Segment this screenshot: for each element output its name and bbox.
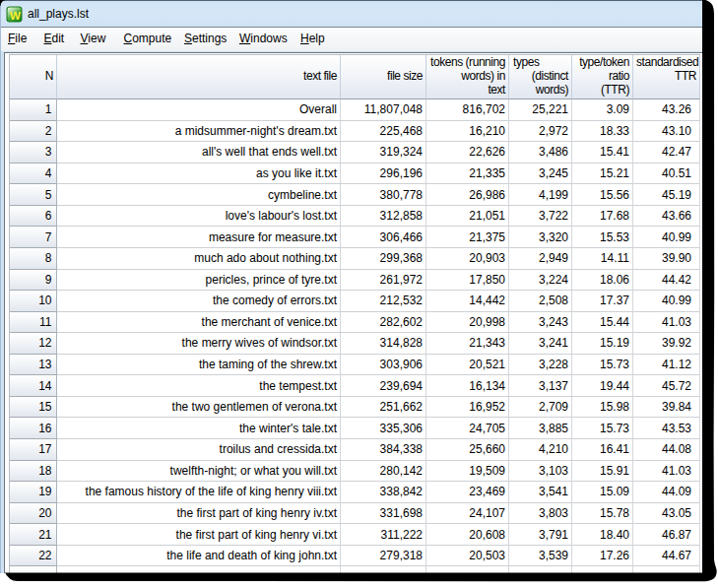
cell-types[interactable]: 3,722: [509, 206, 572, 228]
column-header-text_file[interactable]: text file: [57, 55, 341, 99]
cell-tokens[interactable]: 24,107: [426, 503, 509, 525]
cell-ttr[interactable]: 15.98: [572, 397, 633, 419]
cell-sttr[interactable]: 43.26: [633, 99, 700, 121]
cell-sttr[interactable]: 39.92: [633, 333, 700, 355]
cell-text_file[interactable]: the comedy of errors.txt: [57, 291, 341, 312]
column-header-tokens[interactable]: tokens (runningwords) intext: [426, 55, 509, 99]
cell-file_size[interactable]: 312,858: [341, 206, 426, 228]
cell-sttr[interactable]: 44.08: [633, 439, 700, 461]
cell-file_size[interactable]: 314,828: [341, 333, 426, 355]
cell-ttr[interactable]: 19.44: [572, 375, 633, 397]
column-header-types[interactable]: types(distinctwords): [509, 55, 572, 99]
cell-types[interactable]: 3,103: [509, 461, 572, 483]
cell-ttr[interactable]: 3.09: [572, 99, 633, 121]
cell-tokens[interactable]: 19,509: [426, 461, 509, 483]
cell-tokens[interactable]: 16,210: [426, 121, 509, 143]
menu-item-compute[interactable]: Compute: [119, 28, 177, 51]
cell-file_size[interactable]: 251,662: [341, 397, 426, 419]
cell-ttr[interactable]: 15.19: [572, 333, 633, 355]
cell-ttr[interactable]: 17.26: [572, 546, 633, 567]
cell-types[interactable]: 3,228: [509, 355, 572, 376]
cell-n[interactable]: 9: [10, 270, 57, 292]
cell-n[interactable]: 8: [10, 248, 57, 270]
cell-types[interactable]: 4,199: [509, 184, 572, 206]
cell-text_file[interactable]: the tempest.txt: [57, 375, 341, 397]
cell-types[interactable]: 3,486: [509, 142, 572, 163]
menu-item-view[interactable]: View: [76, 28, 111, 51]
cell-tokens[interactable]: 24,705: [426, 418, 509, 439]
cell-ttr[interactable]: 18.40: [572, 524, 633, 546]
cell-n[interactable]: 13: [10, 355, 57, 376]
cell-tokens[interactable]: 21,343: [426, 333, 509, 355]
cell-types[interactable]: 2,949: [509, 248, 572, 270]
cell-file_size[interactable]: 303,906: [341, 355, 426, 376]
cell-sttr[interactable]: 45.19: [633, 184, 700, 206]
cell-file_size[interactable]: 384,338: [341, 439, 426, 461]
titlebar[interactable]: W all_plays.lst: [1, 1, 702, 27]
cell-n[interactable]: 4: [10, 163, 57, 185]
cell-n[interactable]: 14: [10, 375, 57, 397]
wordsmith-app-icon[interactable]: W: [6, 6, 23, 23]
cell-ttr[interactable]: 18.06: [572, 270, 633, 292]
cell-sttr[interactable]: 41.03: [633, 461, 700, 483]
cell-n[interactable]: 3: [10, 142, 57, 163]
cell-file_size[interactable]: 380,778: [341, 184, 426, 206]
cell-text_file[interactable]: pericles, prince of tyre.txt: [57, 270, 341, 292]
cell-ttr[interactable]: 15.41: [572, 142, 633, 163]
cell-types[interactable]: 3,791: [509, 524, 572, 546]
cell-text_file[interactable]: troilus and cressida.txt: [57, 439, 341, 461]
cell-tokens[interactable]: 20,998: [426, 312, 509, 334]
cell-file_size[interactable]: 280,142: [341, 461, 426, 483]
cell-types[interactable]: 2,972: [509, 121, 572, 143]
cell-tokens[interactable]: 25,660: [426, 439, 509, 461]
cell-file_size[interactable]: 225,468: [341, 121, 426, 143]
cell-ttr[interactable]: 15.21: [572, 163, 633, 185]
cell-types[interactable]: 3,245: [509, 163, 572, 185]
cell-ttr[interactable]: 15.91: [572, 461, 633, 483]
cell-ttr[interactable]: 17.37: [572, 291, 633, 312]
cell-ttr[interactable]: 16.41: [572, 439, 633, 461]
cell-text_file[interactable]: the two gentlemen of verona.txt: [57, 397, 341, 419]
cell-file_size[interactable]: 282,602: [341, 312, 426, 334]
cell-text_file[interactable]: the life and death of king john.txt: [57, 546, 341, 567]
cell-sttr[interactable]: 44.42: [633, 270, 700, 292]
cell-tokens[interactable]: 20,608: [426, 524, 509, 546]
column-header-ttr[interactable]: type/tokenratio(TTR): [572, 55, 633, 99]
cell-file_size[interactable]: 306,466: [341, 227, 426, 248]
cell-sttr[interactable]: 44.09: [633, 482, 700, 503]
cell-file_size[interactable]: 296,196: [341, 163, 426, 185]
cell-sttr[interactable]: 44.67: [633, 546, 700, 567]
cell-file_size[interactable]: 335,306: [341, 418, 426, 439]
cell-tokens[interactable]: 22,626: [426, 142, 509, 163]
cell-file_size[interactable]: 331,698: [341, 503, 426, 525]
cell-tokens[interactable]: 16,952: [426, 397, 509, 419]
cell-sttr[interactable]: 40.99: [633, 291, 700, 312]
cell-file_size[interactable]: 299,368: [341, 248, 426, 270]
cell-tokens[interactable]: 17,850: [426, 270, 509, 292]
cell-text_file[interactable]: as you like it.txt: [57, 163, 341, 185]
cell-text_file[interactable]: much ado about nothing.txt: [57, 248, 341, 270]
cell-types[interactable]: 2,709: [509, 397, 572, 419]
cell-text_file[interactable]: the taming of the shrew.txt: [57, 355, 341, 376]
cell-ttr[interactable]: 15.78: [572, 503, 633, 525]
cell-n[interactable]: 5: [10, 184, 57, 206]
cell-types[interactable]: 3,224: [509, 270, 572, 292]
menu-item-edit[interactable]: Edit: [39, 28, 70, 51]
cell-n[interactable]: 11: [10, 312, 57, 334]
cell-text_file[interactable]: the merry wives of windsor.txt: [57, 333, 341, 355]
cell-text_file[interactable]: a midsummer-night's dream.txt: [57, 121, 341, 143]
cell-text_file[interactable]: measure for measure.txt: [57, 227, 341, 248]
menu-item-help[interactable]: Help: [295, 28, 330, 51]
cell-sttr[interactable]: 43.05: [633, 503, 700, 525]
cell-n[interactable]: 16: [10, 418, 57, 439]
menu-item-settings[interactable]: Settings: [179, 28, 231, 51]
cell-n[interactable]: 21: [10, 524, 57, 546]
cell-n[interactable]: 17: [10, 439, 57, 461]
cell-ttr[interactable]: 15.73: [572, 418, 633, 439]
cell-text_file[interactable]: the winter's tale.txt: [57, 418, 341, 439]
cell-n[interactable]: 15: [10, 397, 57, 419]
cell-n[interactable]: 7: [10, 227, 57, 248]
cell-text_file[interactable]: cymbeline.txt: [57, 184, 341, 206]
cell-ttr[interactable]: 15.44: [572, 312, 633, 334]
cell-file_size[interactable]: 239,694: [341, 375, 426, 397]
